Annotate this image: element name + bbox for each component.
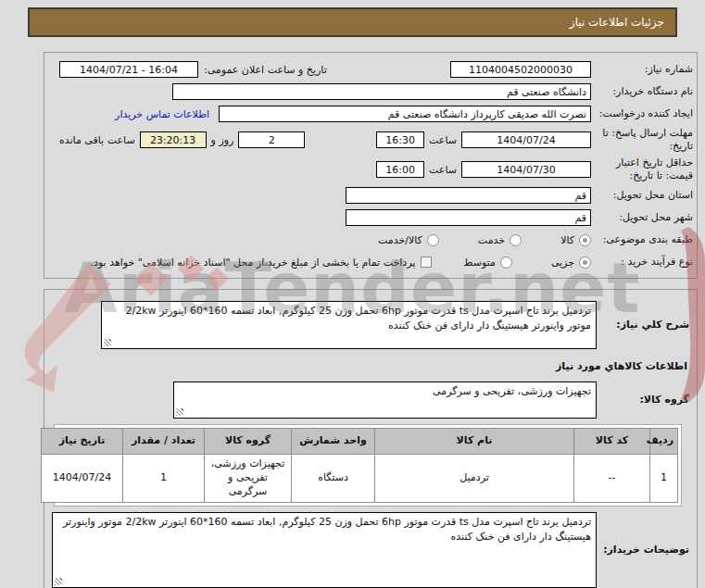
summary-textarea[interactable]: تردمیل برند تاج اسپرت مدل ts قدرت موتور … xyxy=(101,301,597,349)
category-option-goods[interactable]: کالا xyxy=(560,234,591,246)
validity-time-value: 16:00 xyxy=(385,164,415,176)
cell-item-name: تردمیل xyxy=(375,455,574,503)
buyer-contact-link[interactable]: اطلاعات تماس خریدار xyxy=(115,108,209,120)
radio-minor-icon[interactable] xyxy=(579,256,591,269)
validity-date-value: 1404/07/30 xyxy=(497,164,555,176)
remaining-time-value: 23:20:13 xyxy=(150,134,195,146)
treasury-checkbox-label: پرداخت تمام یا بخشی از مبلغ خرید،از محل … xyxy=(91,256,416,269)
city-value: قم xyxy=(574,212,586,224)
process-option-minor[interactable]: جزیی xyxy=(551,256,591,269)
items-section-header: اطلاعات کالاهاي مورد نیاز xyxy=(48,355,693,376)
buyer-org-field[interactable]: دانشگاه صنعتی قم xyxy=(172,83,591,100)
city-field[interactable]: قم xyxy=(346,209,591,226)
remaining-days-value: 2 xyxy=(269,134,275,146)
summary-row: شرح کلي نیاز: تردمیل برند تاج اسپرت مدل … xyxy=(52,301,689,349)
creator-row: ایجاد کننده درخواست: نصرت الله صدیقی کار… xyxy=(48,104,693,124)
items-table: ردیف کد کالا نام کالا واحد شمارش گروه کا… xyxy=(41,428,678,503)
summary-text: تردمیل برند تاج اسپرت مدل ts قدرت موتور … xyxy=(125,305,591,332)
announce-label: تاریخ و ساعت اعلان عمومی: xyxy=(198,64,327,76)
category-option-goods-label: کالا xyxy=(560,234,574,246)
col-unit: واحد شمارش xyxy=(292,429,375,455)
need-number-field[interactable]: 1104004502000030 xyxy=(450,61,591,78)
treasury-checkbox-icon[interactable] xyxy=(421,256,432,268)
radio-medium-icon[interactable] xyxy=(500,256,512,269)
goods-group-text: تجهیزات ورزشی، تفریحی و سرگرمی xyxy=(433,385,591,397)
deadline-label: مهلت ارسال پاسخ: تا تاریخ: xyxy=(591,127,693,153)
col-group: گروه کالا xyxy=(205,429,292,455)
validity-label: حداقل تاریخ اعتبار قیمت: تا تاریخ: xyxy=(591,156,693,182)
need-number-label: شماره نیاز: xyxy=(591,63,693,76)
category-option-service-label: خدمت xyxy=(478,234,505,246)
cell-group: تجهیزات ورزشی، تفریحی و سرگرمی xyxy=(205,455,292,503)
cell-need-date: 1404/07/24 xyxy=(42,455,123,503)
summary-label: شرح کلي نیاز: xyxy=(597,301,689,349)
validity-date-field[interactable]: 1404/07/30 xyxy=(461,161,591,178)
treasury-checkbox-option[interactable]: پرداخت تمام یا بخشی از مبلغ خرید،از محل … xyxy=(91,256,433,269)
table-row: 1 -- تردمیل دستگاه تجهیزات ورزشی، تفریحی… xyxy=(42,455,678,503)
radio-service-icon[interactable] xyxy=(510,234,522,246)
cell-unit: دستگاه xyxy=(292,455,375,503)
buyer-notes-label: توضیحات خریدار: xyxy=(597,512,689,588)
radio-goods-icon[interactable] xyxy=(579,234,591,246)
creator-value: نصرت الله صدیقی کارپرداز دانشگاه صنعتی ق… xyxy=(388,108,586,120)
remaining-middle-label: روز و xyxy=(211,134,234,146)
cell-item-code: -- xyxy=(574,455,650,503)
buyer-notes-text: تردمیل برند تاج اسپرت مدل ts قدرت موتور … xyxy=(63,516,591,543)
deadline-time-field[interactable]: 16:30 xyxy=(376,131,424,148)
buyer-org-label: نام دستگاه خریدار: xyxy=(591,85,693,98)
col-row-number: ردیف xyxy=(650,429,678,455)
items-table-container: ردیف کد کالا نام کالا واحد شمارش گروه کا… xyxy=(54,424,682,507)
city-row: شهر محل تحویل: قم xyxy=(48,207,693,228)
col-item-name: نام کالا xyxy=(375,429,574,455)
cell-row-number: 1 xyxy=(650,455,678,503)
goods-group-row: گروه کالا: تجهیزات ورزشی، تفریحی و سرگرم… xyxy=(52,382,689,419)
province-row: استان محل تحویل: قم xyxy=(48,185,693,206)
items-table-header-row: ردیف کد کالا نام کالا واحد شمارش گروه کا… xyxy=(42,429,678,455)
deadline-date-field[interactable]: 1404/07/24 xyxy=(461,131,591,148)
process-row: نوع فرآیند خرید : جزیی متوسط پرداخت تمام… xyxy=(48,252,693,272)
deadline-row: مهلت ارسال پاسخ: تا تاریخ: 1404/07/24 سا… xyxy=(48,126,693,154)
province-value: قم xyxy=(574,190,586,202)
remaining-time-field: 23:20:13 xyxy=(140,131,207,148)
city-label: شهر محل تحویل: xyxy=(591,211,693,224)
page-title-bar: جزئیات اطلاعات نیاز xyxy=(28,7,677,37)
buyer-org-value: دانشگاه صنعتی قم xyxy=(507,86,586,98)
category-label: طبقه بندی موضوعی: xyxy=(591,233,693,246)
deadline-date-value: 1404/07/24 xyxy=(497,134,555,146)
category-option-goods-service-label: کالا/خدمت xyxy=(378,234,422,246)
cell-quantity: 1 xyxy=(123,455,205,503)
deadline-time-value: 16:30 xyxy=(385,134,415,146)
creator-field[interactable]: نصرت الله صدیقی کارپرداز دانشگاه صنعتی ق… xyxy=(219,106,591,122)
need-details-panel: شرح کلي نیاز: تردمیل برند تاج اسپرت مدل … xyxy=(44,289,698,588)
buyer-notes-textarea[interactable]: تردمیل برند تاج اسپرت مدل ts قدرت موتور … xyxy=(52,512,597,588)
page-title: جزئیات اطلاعات نیاز xyxy=(570,16,664,29)
goods-group-textarea[interactable]: تجهیزات ورزشی، تفریحی و سرگرمی xyxy=(173,382,597,419)
category-row: طبقه بندی موضوعی: کالا خدمت کالا/خدمت xyxy=(48,230,693,250)
process-option-medium[interactable]: متوسط xyxy=(463,256,512,269)
validity-row: حداقل تاریخ اعتبار قیمت: تا تاریخ: 1404/… xyxy=(48,156,693,183)
buyer-org-row: نام دستگاه خریدار: دانشگاه صنعتی قم xyxy=(48,81,693,102)
remaining-days-field[interactable]: 2 xyxy=(238,131,305,148)
need-number-row: شماره نیاز: 1104004502000030 تاریخ و ساع… xyxy=(48,59,693,80)
validity-time-field[interactable]: 16:00 xyxy=(376,161,424,178)
request-info-panel: شماره نیاز: 1104004502000030 تاریخ و ساع… xyxy=(44,52,698,279)
announce-field[interactable]: 1404/07/21 - 16:04 xyxy=(59,61,198,78)
remaining-suffix-label: ساعت باقی مانده xyxy=(59,134,135,146)
process-option-minor-label: جزیی xyxy=(551,256,574,269)
need-number-value: 1104004502000030 xyxy=(469,64,573,76)
process-label: نوع فرآیند خرید : xyxy=(591,256,693,269)
deadline-hour-label: ساعت xyxy=(429,134,457,146)
province-field[interactable]: قم xyxy=(346,187,591,204)
col-quantity: تعداد / مقدار xyxy=(123,429,205,455)
buyer-notes-row: توضیحات خریدار: تردمیل برند تاج اسپرت مد… xyxy=(52,512,689,588)
announce-value: 1404/07/21 - 16:04 xyxy=(80,64,178,76)
creator-label: ایجاد کننده درخواست: xyxy=(591,107,693,120)
goods-group-label: گروه کالا: xyxy=(597,382,689,419)
province-label: استان محل تحویل: xyxy=(591,189,693,202)
col-need-date: تاریخ نیاز xyxy=(42,429,123,455)
category-option-service[interactable]: خدمت xyxy=(478,234,522,246)
col-item-code: کد کالا xyxy=(574,429,650,455)
radio-goods-service-icon[interactable] xyxy=(427,234,439,246)
category-option-goods-service[interactable]: کالا/خدمت xyxy=(378,234,439,246)
process-option-medium-label: متوسط xyxy=(463,256,496,269)
